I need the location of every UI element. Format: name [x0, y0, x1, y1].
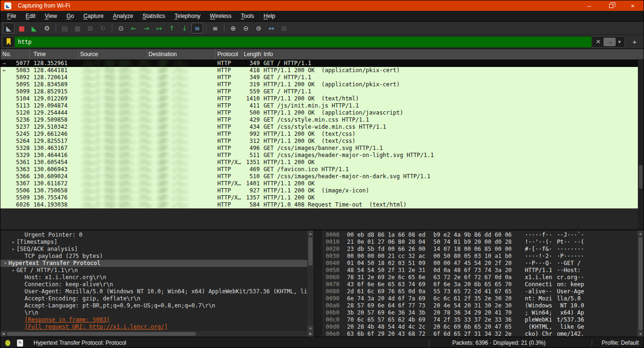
minimize-button[interactable]: – [578, 0, 600, 11]
packet-row[interactable]: 5237129.510342HTTP434GET /css/style-wide… [0, 124, 638, 131]
packet-row[interactable]: 5095128.834589HTTP319HTTP/1.1 200 OK (ap… [0, 81, 638, 88]
scroll-right-arrow-icon[interactable]: ▶ [308, 331, 314, 337]
menu-telephony[interactable]: Telephony [171, 12, 204, 20]
menu-go[interactable]: Go [63, 12, 78, 20]
column-header-destination[interactable]: Destination [147, 49, 215, 59]
expert-info-button[interactable] [5, 340, 10, 346]
scroll-left-arrow-icon[interactable]: ◀ [0, 331, 6, 337]
hex-dump-row[interactable]: 007043 6f 6e 6e 65 63 74 696f 6e 3a 20 6… [326, 281, 637, 288]
previous-packet-button[interactable]: ← [128, 23, 140, 33]
packet-row[interactable]: 5329130.464416HTTP511GET /css/images/hea… [0, 152, 638, 159]
profile-status[interactable]: Profile: Default [593, 340, 644, 346]
filter-bookmark-button[interactable] [2, 36, 15, 48]
detail-tree-line[interactable]: Urgent Pointer: 0 [0, 232, 307, 239]
packet-row[interactable]: 5361130.605454HTTP/X…1351HTTP/1.1 200 OK [0, 159, 638, 166]
packet-row[interactable]: ←5083128.464181HTTP418HTTP/1.1 200 OK (a… [0, 67, 638, 74]
menu-tools[interactable]: Tools [237, 12, 258, 20]
packet-row[interactable]: 6026164.193038HTTP584HTTP/1.0 408 Reques… [0, 201, 638, 208]
packet-row[interactable]: 5506130.750658HTTP927HTTP/1.1 200 OK (im… [0, 187, 638, 194]
hex-dump-row[interactable]: 006078 31 2e 69 2e 6c 65 6e63 72 2e 6f 7… [326, 274, 637, 281]
hex-dump-row[interactable]: 001021 0e 01 27 06 80 28 0450 74 81 b9 2… [326, 239, 637, 246]
hex-dump-row[interactable]: 002023 db 5b fd 00 66 26 0014 07 18 00 0… [326, 246, 637, 253]
display-filter-input[interactable]: http [15, 36, 592, 48]
go-to-packet-button[interactable]: ↦ [153, 23, 165, 33]
packet-row[interactable]: 5363130.606943HTTP469GET /favicon.ico HT… [0, 166, 638, 173]
menu-help[interactable]: Help [260, 12, 279, 20]
zoom-original-button[interactable]: ⊜ [253, 23, 264, 33]
menu-file[interactable]: File [3, 12, 20, 20]
packet-row[interactable]: 5092128.720614HTTP349GET / HTTP/1.1 [0, 74, 638, 81]
colorize-packets-button[interactable]: ≡ [209, 23, 221, 33]
expander-down-icon[interactable]: ▾ [2, 260, 8, 267]
column-header-no[interactable]: No. [0, 49, 30, 59]
menu-view[interactable]: View [41, 12, 61, 20]
hex-dump-row[interactable]: 000000 eb d8 86 1a 66 08 edb9 e2 4a 9b 8… [326, 232, 637, 239]
packet-list-scrollbar-thumb[interactable] [639, 165, 643, 189]
last-packet-button[interactable]: ↓ [179, 23, 190, 33]
detail-tree-line[interactable]: ▾Hypertext Transfer Protocol [0, 260, 307, 267]
expander-right-icon[interactable]: ▸ [10, 239, 17, 246]
packet-row[interactable]: 5120129.254444HTTP500HTTP/1.1 200 OK (ap… [0, 109, 638, 116]
hex-dump-row[interactable]: 00a028 57 69 6e 64 6f 77 7320 4e 54 20 3… [326, 302, 637, 309]
packet-row[interactable]: 5264129.825517HTTP312HTTP/1.1 200 OK (te… [0, 138, 638, 145]
packet-row[interactable]: 5245129.661246HTTP992HTTP/1.1 200 OK (te… [0, 131, 638, 138]
column-header-info[interactable]: Info [262, 49, 644, 59]
start-capture-button[interactable]: ◣ [3, 23, 15, 33]
expander-right-icon[interactable]: ▸ [10, 246, 17, 253]
apply-filter-button[interactable]: → [603, 38, 616, 46]
auto-scroll-button[interactable]: ≡ [191, 23, 203, 33]
menu-capture[interactable]: Capture [80, 12, 107, 20]
hex-dump-row[interactable]: 00c070 6c 65 57 65 62 4b 6974 2f 35 33 3… [326, 316, 637, 323]
detail-tree-line[interactable]: \r\n [0, 309, 307, 316]
detail-tree-line[interactable]: Accept-Language: pt-BR,pt;q=0.9,en-US;q=… [0, 302, 307, 309]
hex-dump-row[interactable]: 00802d 61 6c 69 76 65 0d 0a55 73 65 72 2… [326, 288, 637, 295]
detail-tree-line[interactable]: Connection: keep-alive\r\n [0, 281, 307, 288]
resize-columns-button[interactable]: ↔ [265, 23, 277, 33]
close-button[interactable]: × [622, 0, 644, 11]
capture-options-button[interactable]: ⚙ [41, 23, 53, 33]
detail-tree-line[interactable]: ▸[SEQ/ACK analysis] [0, 246, 307, 253]
menu-edit[interactable]: Edit [22, 12, 39, 20]
detail-tree-line[interactable]: Host: x1.i.lencr.org\r\n [0, 274, 307, 281]
bytes-scrollbar-thumb[interactable] [638, 237, 643, 330]
scroll-down-arrow-icon[interactable]: ▼ [637, 331, 644, 337]
detail-tree-line[interactable]: User-Agent: Mozilla/5.0 (Windows NT 10.0… [0, 288, 307, 295]
find-packet-button[interactable]: ⊙ [115, 23, 127, 33]
add-filter-button[interactable]: + [628, 36, 641, 48]
hex-dump-row[interactable]: 003000 00 00 00 21 cc 32 ac00 50 80 05 0… [326, 253, 637, 260]
details-hscrollbar-thumb[interactable] [7, 332, 196, 336]
details-scrollbar-thumb[interactable] [308, 237, 313, 265]
zoom-in-button[interactable]: ⊕ [227, 23, 239, 33]
scroll-down-arrow-icon[interactable]: ▼ [307, 325, 314, 331]
scroll-up-arrow-icon[interactable]: ▲ [637, 231, 644, 236]
packet-list-scrollbar[interactable] [638, 60, 644, 229]
column-header-protocol[interactable]: Protocol [215, 49, 242, 59]
menu-statistics[interactable]: Statistics [139, 12, 169, 20]
packet-row[interactable]: 5236129.509858HTTP429GET /css/style.min.… [0, 116, 638, 124]
hex-dump-row[interactable]: 004001 04 50 18 02 03 51 0900 00 47 45 5… [326, 260, 637, 267]
pane-splitter-vertical[interactable] [314, 231, 322, 337]
packet-row[interactable]: 5509130.755476HTTP/X…1357HTTP/1.1 200 OK [0, 194, 638, 201]
expander-right-icon[interactable]: ▸ [10, 267, 17, 274]
menu-analyze[interactable]: Analyze [109, 12, 137, 20]
scroll-up-arrow-icon[interactable]: ▲ [307, 231, 314, 236]
restart-capture-button[interactable]: ◣ [28, 23, 40, 33]
first-packet-button[interactable]: ↑ [166, 23, 178, 33]
hex-dump-row[interactable]: 00b03b 20 57 69 6e 36 34 3b20 78 36 34 2… [326, 309, 637, 316]
packet-row[interactable]: 5113129.094874HTTP411GET /js/init.min.js… [0, 102, 638, 109]
column-header-length[interactable]: Length [242, 49, 262, 59]
clear-filter-button[interactable]: ✕ [593, 37, 603, 47]
details-vertical-scrollbar[interactable]: ▲ ▼ [307, 231, 314, 331]
detail-tree-line[interactable]: ▸[Timestamps] [0, 239, 307, 246]
filter-dropdown-button[interactable]: ▼ [616, 37, 623, 47]
packet-row[interactable]: 5328130.463167HTTP496GET /css/images/ban… [0, 145, 638, 152]
details-horizontal-scrollbar[interactable]: ◀ ▶ [0, 331, 314, 337]
hex-dump-row[interactable]: 00d020 28 4b 48 54 4d 4c 2c20 6c 69 6b 6… [326, 323, 637, 331]
hex-dump-row[interactable]: 00e063 6b 6f 29 20 43 68 726f 6d 65 2f 3… [326, 331, 637, 337]
detail-tree-line[interactable]: ▸GET / HTTP/1.1\r\n [0, 267, 307, 274]
detail-tree-line[interactable]: [Full request URI: http://x1.i.lencr.org… [0, 323, 307, 331]
hex-dump-row[interactable]: 005048 54 54 50 2f 31 2e 310d 0a 48 6f 7… [326, 267, 637, 274]
packet-row[interactable]: 5099128.852915HTTP559GET / HTTP/1.1 [0, 88, 638, 95]
packet-row[interactable]: 5367130.611672HTTP/X…1401HTTP/1.1 200 OK [0, 180, 638, 187]
packet-row[interactable]: 5366130.609024HTTP510GET /css/images/hea… [0, 173, 638, 180]
